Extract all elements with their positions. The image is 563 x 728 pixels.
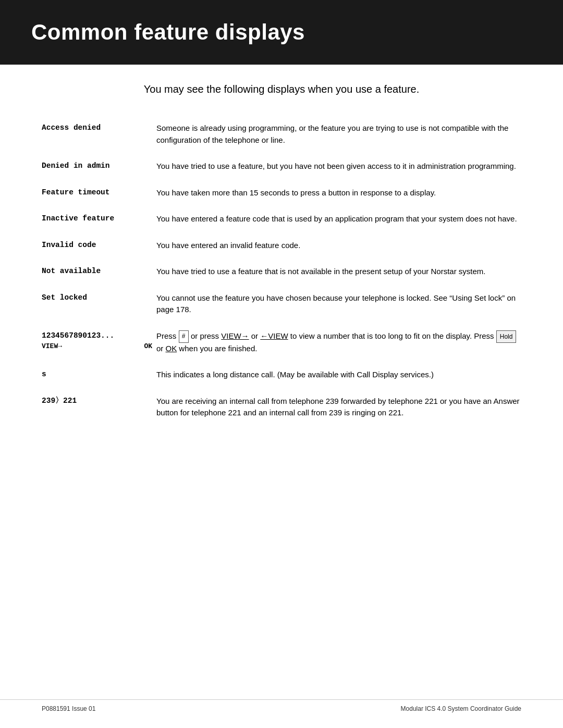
table-row: Feature timeout You have taken more than… [42,180,521,206]
feature-description: You are receiving an internal call from … [156,397,520,417]
ok-text: OK [166,344,177,353]
feature-key-icon: # [179,330,189,343]
feature-label-cell: Access denied [42,115,156,153]
feature-desc-cell: You have entered an invalid feature code… [156,232,521,259]
feature-label-cell: Denied in admin [42,153,156,180]
feature-label: Not available [42,267,101,275]
feature-desc-cell: You have tried to use a feature, but you… [156,153,521,180]
feature-description: Press # or press VIEW→ or ←VIEW to view … [156,331,516,353]
view-left-text: ←VIEW [260,331,288,340]
feature-label: 239〉221 [42,397,77,405]
footer-right: Modular ICS 4.0 System Coordinator Guide [401,705,521,712]
table-row: 239〉221 You are receiving an internal ca… [42,388,521,426]
feature-label: Denied in admin [42,162,110,170]
table-row: Access denied Someone is already using p… [42,115,521,153]
content-area: Access denied Someone is already using p… [0,115,563,458]
feature-description: This indicates a long distance call. (Ma… [156,370,434,379]
table-row: 1234567890123... VIEW→ OK Press # or pre… [42,323,521,362]
feature-description: You have tried to use a feature that is … [156,267,485,276]
feature-label-cell: Feature timeout [42,180,156,206]
feature-description: You have entered a feature code that is … [156,214,517,223]
feature-label: Set locked [42,293,87,302]
table-row: Inactive feature You have entered a feat… [42,206,521,232]
feature-desc-cell: You have entered a feature code that is … [156,206,521,232]
table-row: s This indicates a long distance call. (… [42,362,521,388]
footer: P0881591 Issue 01 Modular ICS 4.0 System… [0,699,563,712]
feature-desc-cell: You have tried to use a feature that is … [156,258,521,285]
table-row: Set locked You cannot use the feature yo… [42,285,521,323]
feature-label-cell: Not available [42,258,156,285]
feature-table: Access denied Someone is already using p… [42,115,521,426]
view-right-text: VIEW→ [221,331,249,340]
feature-desc-cell: You are receiving an internal call from … [156,388,521,426]
feature-desc-cell: This indicates a long distance call. (Ma… [156,362,521,388]
header-banner: Common feature displays [0,0,563,65]
table-row: Denied in admin You have tried to use a … [42,153,521,180]
table-row: Invalid code You have entered an invalid… [42,232,521,259]
feature-label-cell: Invalid code [42,232,156,259]
feature-description: You have tried to use a feature, but you… [156,162,516,170]
feature-label: Invalid code [42,241,96,249]
feature-desc-cell: Press # or press VIEW→ or ←VIEW to view … [156,323,521,362]
feature-label: Inactive feature [42,214,114,223]
page-title: Common feature displays [31,20,532,45]
feature-description: You have entered an invalid feature code… [156,241,300,250]
feature-label-cell: s [42,362,156,388]
feature-desc-cell: Someone is already using programming, or… [156,115,521,153]
feature-desc-cell: You have taken more than 15 seconds to p… [156,180,521,206]
feature-label-cell: Inactive feature [42,206,156,232]
feature-label: Feature timeout [42,188,110,196]
feature-label-ok: OK [144,342,152,351]
feature-label-line1: 1234567890123... [42,331,114,340]
hold-button: Hold [496,330,517,343]
subtitle: You may see the following displays when … [0,83,563,95]
feature-desc-cell: You cannot use the feature you have chos… [156,285,521,323]
feature-label-cell: 239〉221 [42,388,156,426]
feature-description: You have taken more than 15 seconds to p… [156,188,436,197]
feature-label-cell: Set locked [42,285,156,323]
feature-label: s [42,370,46,378]
feature-label-view: VIEW→ [42,342,62,351]
table-row: Not available You have tried to use a fe… [42,258,521,285]
footer-left: P0881591 Issue 01 [42,705,95,712]
feature-description: You cannot use the feature you have chos… [156,293,516,314]
page: Common feature displays You may see the … [0,0,563,728]
feature-description: Someone is already using programming, or… [156,124,508,144]
feature-label: Access denied [42,124,101,132]
feature-label-cell: 1234567890123... VIEW→ OK [42,323,156,362]
